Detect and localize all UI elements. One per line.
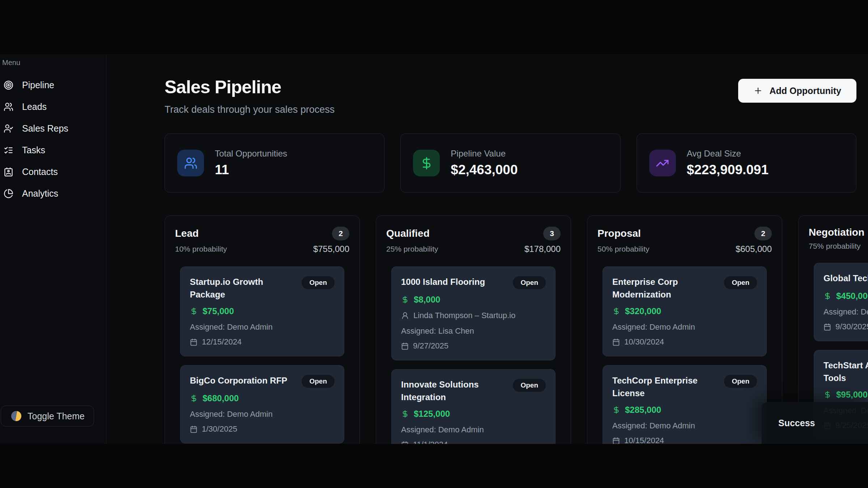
card-date-row: 9/27/2025 (401, 341, 546, 351)
card-date: 11/1/2024 (413, 440, 448, 444)
card-assigned: Assigned: Demo Admin (612, 421, 757, 431)
column-header: Lead 2 (175, 227, 349, 240)
sidebar: Menu Pipeline Leads Sales Reps Tasks Con… (0, 54, 106, 444)
column-total: $755,000 (313, 244, 349, 254)
calendar-icon (190, 425, 197, 433)
card-assigned: Assigned: Demo Admin (401, 425, 546, 435)
column-count-badge: 2 (332, 227, 349, 240)
card-amount-row: $8,000 (401, 295, 546, 305)
card-title: Innovate Solutions Integration (401, 378, 479, 403)
card-assigned: Assigned: Lisa Chen (401, 326, 546, 336)
card-assigned: Assigned: Demo Admin (190, 322, 335, 332)
card-title: TechCorp Enterprise License (612, 374, 698, 399)
calendar-icon (612, 437, 620, 444)
list-checks-icon (4, 145, 13, 155)
dollar-sign-icon (190, 394, 198, 402)
card-title: Global Tech Expansion (824, 272, 868, 284)
sidebar-item-pipeline[interactable]: Pipeline (1, 74, 106, 96)
toast-title: Success (778, 418, 815, 428)
calendar-icon (401, 441, 409, 444)
column-probability: 25% probability (386, 245, 438, 253)
sidebar-item-label: Contacts (22, 167, 58, 177)
column-probability: 10% probability (175, 245, 227, 253)
column-lead: Lead 2 10% probability $755,000 Startup.… (165, 215, 360, 444)
card-assigned: Assigned: Demo Admin (612, 322, 757, 332)
page-header: Sales Pipeline Track deals through your … (165, 77, 856, 115)
sidebar-item-tasks[interactable]: Tasks (1, 139, 106, 161)
stat-card-avg-deal-size: Avg Deal Size $223,909.091 (637, 133, 856, 193)
card-date-row: 11/1/2024 (401, 440, 546, 444)
pie-chart-icon (4, 189, 13, 198)
status-badge: Open (302, 276, 335, 289)
stat-value: $223,909.091 (687, 162, 769, 177)
page-title: Sales Pipeline (165, 77, 335, 98)
card-header: Global Tech Expansion Open (824, 272, 868, 286)
sidebar-item-contacts[interactable]: Contacts (1, 161, 106, 183)
opportunity-card[interactable]: Startup.io Growth Package Open $75,000 A… (180, 266, 344, 356)
card-date-row: 12/15/2024 (190, 337, 335, 347)
status-badge: Open (724, 276, 757, 289)
column-subheader: 75% probability (809, 242, 868, 251)
opportunity-card[interactable]: Enterprise Corp Modernization Open $320,… (603, 266, 767, 356)
opportunity-card[interactable]: 1000 Island Flooring Open $8,000 Linda T… (391, 266, 556, 360)
opportunity-card[interactable]: BigCo Corporation RFP Open $680,000 Assi… (180, 365, 344, 444)
card-header: TechCorp Enterprise License Open (612, 374, 757, 399)
card-amount: $285,000 (625, 405, 661, 415)
status-badge: Open (513, 379, 546, 392)
sidebar-item-label: Pipeline (22, 80, 54, 90)
stat-label: Total Opportunities (215, 149, 287, 159)
kanban-board: Lead 2 10% probability $755,000 Startup.… (165, 215, 856, 444)
dollar-sign-icon (401, 296, 409, 304)
user-check-icon (4, 124, 13, 133)
card-amount-row: $680,000 (190, 393, 335, 403)
sidebar-item-label: Leads (22, 102, 47, 112)
card-amount-row: $95,000 (824, 390, 868, 400)
sidebar-item-label: Sales Reps (22, 123, 68, 134)
sidebar-item-leads[interactable]: Leads (1, 96, 106, 117)
user-icon (401, 312, 409, 320)
stat-value: 11 (215, 162, 287, 177)
toast-success: Success (762, 402, 868, 444)
dollar-sign-icon (190, 307, 198, 315)
stat-text-group: Total Opportunities 11 (215, 149, 287, 177)
status-badge: Open (724, 375, 757, 388)
card-header: TechStart Analytics Tools Open (824, 359, 868, 384)
column-probability: 50% probability (597, 245, 650, 253)
toggle-theme-button[interactable]: Toggle Theme (1, 406, 94, 427)
card-date: 10/30/2024 (624, 337, 664, 347)
card-amount: $125,000 (414, 409, 450, 419)
sidebar-section-label: Menu (2, 59, 106, 67)
card-assigned: Assigned: Demo Admin (824, 307, 868, 317)
dollar-sign-icon (824, 292, 831, 300)
stat-label: Avg Deal Size (687, 149, 769, 159)
column-title: Proposal (597, 228, 641, 239)
opportunity-card[interactable]: TechCorp Enterprise License Open $285,00… (603, 365, 767, 444)
stat-text-group: Avg Deal Size $223,909.091 (687, 149, 769, 177)
sidebar-item-analytics[interactable]: Analytics (1, 183, 106, 204)
stat-card-pipeline-value: Pipeline Value $2,463,000 (400, 133, 620, 193)
column-title: Lead (175, 228, 199, 239)
card-date: 9/27/2025 (413, 341, 448, 351)
dollar-sign-icon (413, 150, 440, 176)
add-opportunity-button[interactable]: Add Opportunity (738, 79, 856, 103)
calendar-icon (612, 338, 620, 346)
calendar-icon (824, 323, 831, 331)
card-amount-row: $125,000 (401, 409, 546, 419)
add-opportunity-label: Add Opportunity (769, 86, 841, 96)
column-subheader: 10% probability $755,000 (175, 244, 349, 254)
card-date: 9/30/2025 (835, 322, 868, 331)
half-moon-icon (11, 411, 21, 421)
sidebar-item-sales-reps[interactable]: Sales Reps (1, 117, 106, 139)
card-title: 1000 Island Flooring (401, 275, 485, 288)
opportunity-card[interactable]: Global Tech Expansion Open $450,000 Assi… (814, 263, 868, 341)
status-badge: Open (513, 276, 546, 289)
column-header: Negotiation (809, 227, 868, 238)
column-subheader: 25% probability $178,000 (386, 244, 561, 254)
column-cards: Startup.io Growth Package Open $75,000 A… (180, 266, 344, 444)
sidebar-item-label: Analytics (22, 188, 58, 199)
opportunity-card[interactable]: Innovate Solutions Integration Open $125… (391, 369, 556, 444)
column-count-badge: 2 (754, 227, 772, 240)
column-probability: 75% probability (809, 242, 861, 251)
stat-text-group: Pipeline Value $2,463,000 (451, 149, 518, 177)
card-header: Startup.io Growth Package Open (190, 275, 335, 301)
